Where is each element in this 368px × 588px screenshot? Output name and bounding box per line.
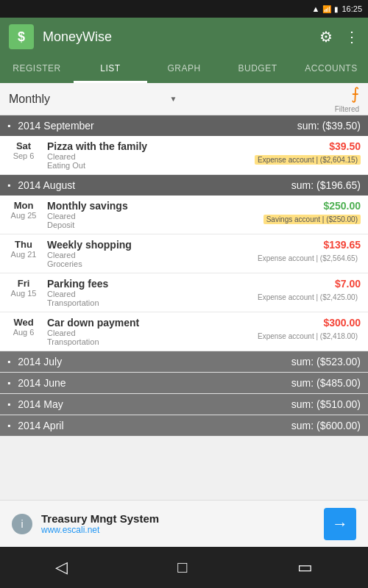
- tab-list[interactable]: LIST: [74, 56, 147, 83]
- section-jul2014-sum: sum: ($523.00): [291, 356, 361, 368]
- transaction-right: $39.50 Expense account | ($2,604.15): [255, 140, 361, 165]
- ad-title: Treasury Mngt System: [41, 512, 315, 525]
- transaction-details: Pizza with the family Cleared Eating Out: [47, 140, 247, 170]
- filter-label[interactable]: Monthly: [9, 93, 166, 106]
- transaction-date: Fri Aug 15: [7, 278, 40, 298]
- tab-budget[interactable]: BUDGET: [221, 56, 294, 83]
- section-jul2014-title: ▪ 2014 July: [7, 356, 62, 368]
- expand-icon-apr: ▪: [7, 420, 10, 431]
- filter-bar: Monthly ▼ ⨍ Filtered: [0, 83, 368, 115]
- section-jul2014[interactable]: ▪ 2014 July sum: ($523.00): [0, 351, 368, 373]
- transaction-details: Car down payment Cleared Transportation: [47, 317, 247, 346]
- section-apr2014-sum: sum: ($600.00): [291, 420, 361, 431]
- ad-text: Treasury Mngt System www.escali.net: [41, 512, 315, 535]
- section-aug2014-title: ▪ 2014 August: [7, 179, 75, 191]
- filter-dropdown-arrow[interactable]: ▼: [169, 95, 177, 103]
- section-aug2014-sum: sum: ($196.65): [291, 179, 361, 191]
- ad-url: www.escali.net: [41, 525, 315, 535]
- transaction-date: Wed Aug 6: [7, 317, 40, 337]
- transaction-right: $7.00 Expense account | ($2,425.00): [255, 278, 361, 303]
- home-button[interactable]: □: [177, 558, 187, 577]
- expand-icon-jul: ▪: [7, 356, 10, 367]
- section-apr2014-title: ▪ 2014 April: [7, 420, 64, 431]
- table-row[interactable]: Fri Aug 15 Parking fees Cleared Transpor…: [0, 273, 368, 312]
- signal-icon: ▲: [312, 4, 320, 13]
- transactions-list: ▪ 2014 September sum: ($39.50) Sat Sep 6…: [0, 115, 368, 545]
- table-row[interactable]: Wed Aug 6 Car down payment Cleared Trans…: [0, 312, 368, 351]
- section-sep2014-sum: sum: ($39.50): [297, 120, 361, 132]
- more-icon[interactable]: ⋮: [344, 28, 359, 46]
- app-logo: $: [9, 24, 34, 49]
- app-title: MoneyWise: [43, 29, 311, 45]
- section-sep2014[interactable]: ▪ 2014 September sum: ($39.50): [0, 115, 368, 136]
- section-may2014-title: ▪ 2014 May: [7, 398, 63, 410]
- section-jun2014-sum: sum: ($485.00): [291, 377, 361, 389]
- filtered-label: Filtered: [335, 105, 359, 113]
- table-row[interactable]: Sat Sep 6 Pizza with the family Cleared …: [0, 136, 368, 175]
- app-bar: $ MoneyWise ⚙ ⋮: [0, 18, 368, 56]
- expand-icon-aug: ▪: [7, 180, 10, 190]
- status-bar: ▲ 📶 ▮ 16:25: [0, 0, 368, 18]
- section-aug2014[interactable]: ▪ 2014 August sum: ($196.65): [0, 175, 368, 196]
- ad-arrow-button[interactable]: →: [324, 508, 356, 540]
- section-sep2014-title: ▪ 2014 September: [7, 120, 94, 132]
- filter-funnel-icon[interactable]: ⨍: [351, 85, 359, 104]
- transaction-right: $300.00 Expense account | ($2,418.00): [255, 317, 361, 342]
- ad-banner[interactable]: i Treasury Mngt System www.escali.net →: [0, 500, 368, 547]
- recents-button[interactable]: ▭: [297, 558, 313, 577]
- ad-info-icon: i: [12, 514, 32, 534]
- expand-icon-jun: ▪: [7, 378, 10, 388]
- wifi-icon: 📶: [322, 5, 331, 13]
- section-jun2014-title: ▪ 2014 June: [7, 377, 66, 389]
- table-row[interactable]: Mon Aug 25 Monthly savings Cleared Depos…: [0, 196, 368, 234]
- transaction-date: Mon Aug 25: [7, 200, 40, 220]
- filter-right: ⨍ Filtered: [335, 85, 359, 113]
- app-bar-actions: ⚙ ⋮: [319, 28, 359, 46]
- tab-graph[interactable]: GRAPH: [147, 56, 221, 83]
- transaction-date: Sat Sep 6: [7, 140, 40, 160]
- transaction-details: Weekly shopping Cleared Groceries: [47, 239, 247, 268]
- table-row[interactable]: Thu Aug 21 Weekly shopping Cleared Groce…: [0, 234, 368, 273]
- transaction-details: Parking fees Cleared Transportation: [47, 278, 247, 307]
- back-button[interactable]: ◁: [55, 558, 68, 577]
- settings-icon[interactable]: ⚙: [319, 28, 333, 46]
- expand-icon-sep: ▪: [7, 121, 10, 131]
- section-jun2014[interactable]: ▪ 2014 June sum: ($485.00): [0, 373, 368, 394]
- transaction-right: $139.65 Expense account | ($2,564.65): [255, 239, 361, 264]
- transaction-details: Monthly savings Cleared Deposit: [47, 200, 256, 229]
- transaction-right: $250.00 Savings account | ($250.00): [263, 200, 361, 225]
- status-icons: ▲ 📶 ▮ 16:25: [312, 4, 362, 13]
- transaction-date: Thu Aug 21: [7, 239, 40, 259]
- section-may2014-sum: sum: ($510.00): [291, 398, 361, 410]
- tab-bar: REGISTER LIST GRAPH BUDGET ACCOUNTS: [0, 56, 368, 83]
- status-time: 16:25: [342, 4, 362, 13]
- section-may2014[interactable]: ▪ 2014 May sum: ($510.00): [0, 394, 368, 415]
- battery-icon: ▮: [334, 5, 339, 13]
- tab-accounts[interactable]: ACCOUNTS: [294, 56, 368, 83]
- tab-register[interactable]: REGISTER: [0, 56, 74, 83]
- section-apr2014[interactable]: ▪ 2014 April sum: ($600.00): [0, 415, 368, 437]
- bottom-nav: ◁ □ ▭: [0, 547, 368, 588]
- expand-icon-may: ▪: [7, 399, 10, 409]
